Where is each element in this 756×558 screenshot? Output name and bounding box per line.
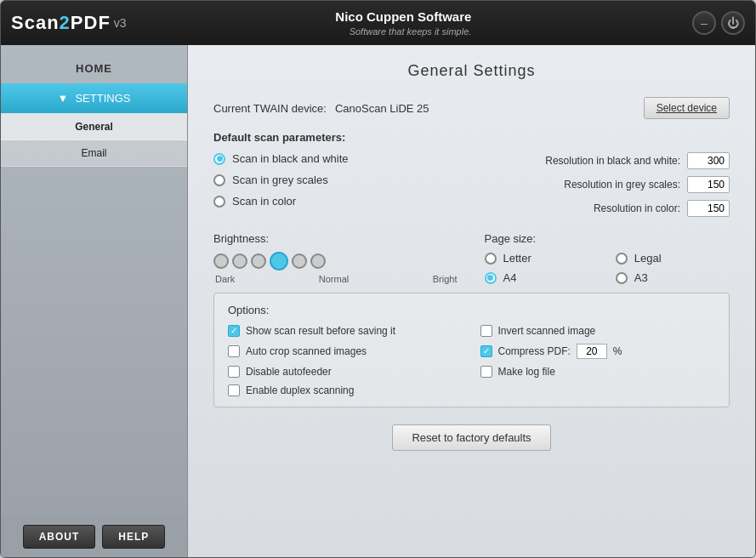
cb-make-log[interactable] [480,366,492,378]
page-title: General Settings [213,62,730,80]
brightness-5[interactable] [292,253,307,269]
label-legal: Legal [634,252,662,265]
page-size-grid: Letter Legal A4 A3 [485,252,730,284]
option-compress: Compress PDF: % [480,344,716,359]
cb-autocrop[interactable] [228,345,240,357]
title-bar: Scan2PDF v3 Nico Cuppen Software Softwar… [1,1,755,45]
device-label: Current TWAIN device: [213,102,327,115]
radio-bw[interactable] [213,153,225,165]
res-row-bw: Resolution in black and white: [485,152,730,169]
sidebar-item-settings[interactable]: ▼ SETTINGS [1,83,187,113]
device-row: Current TWAIN device: CanoScan LiDE 25 S… [213,97,730,119]
brightness-6[interactable] [310,253,326,269]
option-show-scan[interactable]: Show scan result before saving it [228,325,463,337]
radio-grey[interactable] [213,174,225,186]
about-button[interactable]: ABOUT [23,525,96,549]
option-disable-feeder[interactable]: Disable autofeeder [228,366,463,378]
brightness-4[interactable] [270,252,288,270]
cb-disable-feeder[interactable] [228,366,240,378]
radio-color[interactable] [213,196,225,208]
brightness-3[interactable] [251,253,266,269]
sidebar-item-home[interactable]: HOME [1,54,187,83]
radio-row-bw[interactable]: Scan in black and white [213,152,459,165]
cb-compress[interactable] [480,345,492,357]
device-name: CanoScan LiDE 25 [335,102,429,115]
label-letter: Letter [503,252,531,265]
compress-input[interactable] [577,344,607,359]
radio-letter[interactable]: Letter [485,252,599,265]
scan-params-grid: Scan in black and white Scan in grey sca… [213,152,730,224]
radio-legal-circle[interactable] [616,253,628,265]
settings-label: SETTINGS [75,92,130,105]
label-show-scan: Show scan result before saving it [246,325,395,337]
main-area: HOME ▼ SETTINGS General Email ABOUT HELP… [1,45,755,557]
radio-a4[interactable]: A4 [485,271,599,284]
label-a3: A3 [634,271,648,284]
help-button[interactable]: HELP [102,525,165,549]
res-grey-input[interactable] [687,176,730,193]
brand-tagline: Software that keeps it simple. [335,26,471,37]
label-make-log: Make log file [498,366,555,378]
option-invert[interactable]: Invert scanned image [480,325,716,337]
option-duplex[interactable]: Enable duplex scanning [228,384,463,396]
cb-duplex[interactable] [228,384,240,396]
label-compress: Compress PDF: [498,345,571,357]
options-section: Options: Show scan result before saving … [213,293,730,407]
app-window: Scan2PDF v3 Nico Cuppen Software Softwar… [0,0,756,558]
brightness-normal-label: Normal [319,274,349,284]
option-autocrop[interactable]: Auto crop scanned images [228,344,463,359]
cb-invert[interactable] [480,325,492,337]
sidebar-submenu: General Email [1,113,187,167]
brightness-2[interactable] [232,253,247,269]
sidebar: HOME ▼ SETTINGS General Email ABOUT HELP [1,45,188,557]
label-duplex: Enable duplex scanning [246,384,354,396]
radio-a3[interactable]: A3 [616,271,730,284]
options-grid: Show scan result before saving it Invert… [228,325,715,396]
brightness-1[interactable] [213,253,229,269]
sidebar-item-general[interactable]: General [1,114,187,140]
radio-letter-circle[interactable] [485,253,497,265]
label-disable-feeder: Disable autofeeder [246,366,332,378]
default-params-label: Default scan parameters: [213,131,730,144]
select-device-button[interactable]: Select device [644,97,730,119]
brightness-col: Brightness: Dark Normal Bright [213,232,459,284]
radio-a4-circle[interactable] [485,272,497,284]
logo-text: Scan2PDF [11,12,111,34]
label-invert: Invert scanned image [498,325,596,337]
res-color-input[interactable] [687,200,730,217]
res-bw-input[interactable] [687,152,730,169]
brightness-pagesize-grid: Brightness: Dark Normal Bright [213,232,730,284]
radio-a3-circle[interactable] [616,272,628,284]
settings-arrow-icon: ▼ [58,92,69,105]
res-row-color: Resolution in color: [485,200,730,217]
label-grey: Scan in grey scales [232,174,328,186]
brightness-dark-label: Dark [215,274,235,284]
scan-options-group: Scan in black and white Scan in grey sca… [213,152,459,208]
brightness-bright-label: Bright [433,274,458,284]
brand-name: Nico Cuppen Software [335,9,471,26]
pagesize-col: Page size: Letter Legal A4 [485,232,730,284]
radio-legal[interactable]: Legal [616,252,730,265]
cb-show-scan[interactable] [228,325,240,337]
compress-suffix: % [613,345,622,357]
brightness-slider [213,252,459,270]
res-bw-label: Resolution in black and white: [545,155,680,167]
app-logo: Scan2PDF v3 [11,12,127,34]
brightness-labels: Dark Normal Bright [213,274,459,284]
logo-version: v3 [114,16,127,30]
radio-row-grey[interactable]: Scan in grey scales [213,174,459,186]
sidebar-item-email[interactable]: Email [1,140,187,167]
options-title: Options: [228,304,715,316]
brand-info: Nico Cuppen Software Software that keeps… [335,9,471,37]
radio-row-color[interactable]: Scan in color [213,195,459,208]
option-make-log[interactable]: Make log file [480,366,716,378]
reset-factory-button[interactable]: Reset to factory defaults [392,424,550,451]
logo-2: 2 [60,12,71,33]
reset-btn-wrapper: Reset to factory defaults [213,424,730,451]
minimize-button[interactable]: – [692,11,716,35]
close-button[interactable]: ⏻ [721,11,745,35]
label-color: Scan in color [232,195,296,208]
content-panel: General Settings Current TWAIN device: C… [188,45,755,557]
res-row-grey: Resolution in grey scales: [485,176,730,193]
scan-options-col: Scan in black and white Scan in grey sca… [213,152,459,224]
